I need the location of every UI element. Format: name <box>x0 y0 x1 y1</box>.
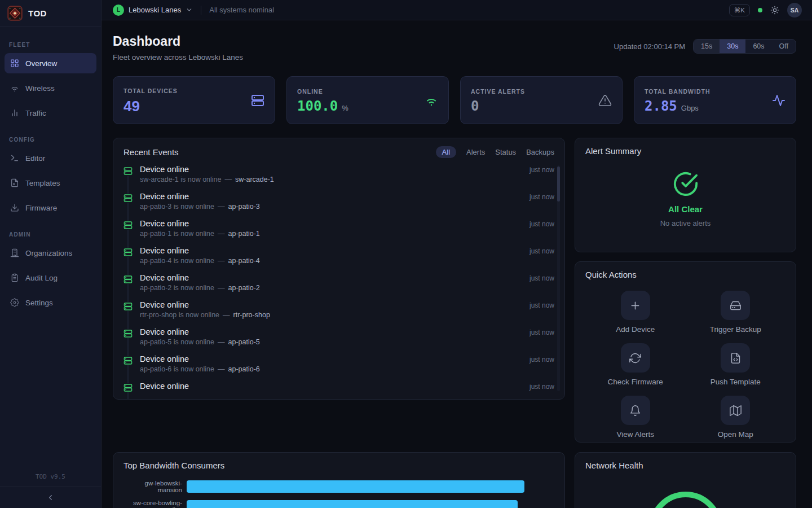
gear-icon <box>10 298 19 307</box>
event-time: just now <box>529 166 554 174</box>
wifi-icon <box>10 84 19 93</box>
check-circle-icon <box>673 171 699 197</box>
stat-card-online: ONLINE100.0% <box>286 76 449 124</box>
sidebar-section-label: CONFIG <box>0 128 101 148</box>
quick-action-label: Open Map <box>718 430 753 439</box>
chevron-left-icon <box>46 493 55 502</box>
network-health-gauge: 100 <box>585 478 785 508</box>
building-icon <box>10 248 19 257</box>
quick-action-check-firmware[interactable]: Check Firmware <box>585 343 686 386</box>
refresh-interval-off[interactable]: Off <box>772 40 796 53</box>
event-row[interactable]: Device onlinejust nowrtr-pro-shop is now… <box>123 299 554 326</box>
bandwidth-bar-track <box>187 500 554 508</box>
event-row[interactable]: Device onlinejust nowap-patio-2 is now o… <box>123 272 554 299</box>
quick-action-view-alerts[interactable]: View Alerts <box>585 396 686 439</box>
page-title: Dashboard <box>113 34 243 49</box>
event-title: Device online <box>140 327 189 336</box>
refresh-interval-60s[interactable]: 60s <box>745 40 771 53</box>
quick-action-trigger-backup[interactable]: Trigger Backup <box>686 291 786 334</box>
quick-action-tile <box>621 291 650 320</box>
quick-actions-title: Quick Actions <box>585 270 637 279</box>
events-filter-all[interactable]: All <box>436 146 456 158</box>
bandwidth-chart: gw-lebowski-mansionsw-core-bowling-alley <box>123 480 554 508</box>
sidebar-item-editor[interactable]: Editor <box>5 148 96 168</box>
stat-card-active-alerts: ACTIVE ALERTS0 <box>460 76 623 124</box>
events-scrollbar-thumb[interactable] <box>557 167 560 202</box>
sidebar-section-label: ADMIN <box>0 222 101 243</box>
quick-action-open-map[interactable]: Open Map <box>686 396 786 439</box>
main-content: Dashboard Fleet overview across Lebowski… <box>102 20 812 508</box>
stat-value: 100.0 <box>297 99 338 113</box>
stat-suffix: Gbps <box>681 104 699 112</box>
topbar: L Lebowski Lanes All systems nominal ⌘K … <box>102 0 812 20</box>
network-health-card: Network Health 100 <box>575 452 796 508</box>
refresh-interval-15s[interactable]: 15s <box>694 40 720 53</box>
quick-action-tile <box>621 343 650 373</box>
event-title: Device online <box>140 192 189 201</box>
quick-action-add-device[interactable]: Add Device <box>585 291 686 334</box>
events-filter-alerts[interactable]: Alerts <box>466 148 485 156</box>
server-icon <box>123 221 133 230</box>
bell-icon <box>629 405 641 417</box>
recent-events-title: Recent Events <box>123 147 179 157</box>
quick-action-label: View Alerts <box>616 430 654 439</box>
org-badge: L <box>113 5 124 16</box>
sidebar-item-label: Templates <box>25 179 60 187</box>
topbar-divider <box>201 6 201 15</box>
event-row[interactable]: Device onlinejust now <box>123 380 554 400</box>
alert-summary-title: Alert Summary <box>585 146 641 156</box>
bandwidth-title: Top Bandwidth Consumers <box>123 461 224 470</box>
sidebar-section-config: CONFIGEditorTemplatesFirmware <box>0 128 101 218</box>
event-title: Device online <box>140 165 189 174</box>
event-row[interactable]: Device onlinejust nowap-patio-3 is now o… <box>123 191 554 218</box>
file-icon <box>10 178 19 187</box>
quick-action-push-template[interactable]: Push Template <box>686 343 786 386</box>
sidebar-item-label: Audit Log <box>25 274 58 282</box>
event-subtitle: ap-patio-6 is now online—ap-patio-6 <box>140 365 554 373</box>
sidebar-section-label: FLEET <box>0 33 101 53</box>
event-time: just now <box>529 220 554 228</box>
health-ring <box>652 494 720 508</box>
org-switcher[interactable]: L Lebowski Lanes <box>113 5 193 16</box>
event-row[interactable]: Device onlinejust nowap-patio-1 is now o… <box>123 218 554 245</box>
quick-action-label: Check Firmware <box>608 378 663 386</box>
sidebar-section-admin: ADMINOrganizationsAudit LogSettings <box>0 222 101 313</box>
stat-value: 2.85 <box>645 99 677 113</box>
quick-action-tile <box>721 396 750 425</box>
event-row[interactable]: Device onlinejust nowap-patio-6 is now o… <box>123 353 554 380</box>
stat-label: ACTIVE ALERTS <box>471 88 525 95</box>
quick-action-tile <box>721 343 750 373</box>
events-filter-status[interactable]: Status <box>495 148 516 156</box>
chevron-down-icon <box>186 6 193 14</box>
org-name: Lebowski Lanes <box>129 6 181 14</box>
sidebar-item-traffic[interactable]: Traffic <box>5 103 96 123</box>
sidebar-item-organizations[interactable]: Organizations <box>5 243 96 263</box>
sidebar-collapse-button[interactable] <box>0 487 101 508</box>
sidebar-item-audit-log[interactable]: Audit Log <box>5 268 96 288</box>
sidebar-section-fleet: FLEETOverviewWirelessTraffic <box>0 33 101 123</box>
sidebar-item-firmware[interactable]: Firmware <box>5 198 96 218</box>
clipboard-icon <box>10 273 19 282</box>
refresh-interval-30s[interactable]: 30s <box>720 40 745 53</box>
sidebar-item-templates[interactable]: Templates <box>5 173 96 193</box>
stat-label: TOTAL BANDWIDTH <box>645 88 710 95</box>
sun-icon[interactable] <box>770 6 779 15</box>
command-palette-shortcut[interactable]: ⌘K <box>729 4 750 16</box>
tod-logo-icon <box>7 6 23 21</box>
sidebar-item-settings[interactable]: Settings <box>5 292 96 313</box>
sidebar-item-overview[interactable]: Overview <box>5 53 96 73</box>
event-row[interactable]: Device onlinejust nowsw-arcade-1 is now … <box>123 164 554 191</box>
avatar[interactable]: SA <box>787 3 802 17</box>
download-icon <box>10 203 19 212</box>
events-filter-backups[interactable]: Backups <box>526 148 554 156</box>
event-subtitle: ap-patio-1 is now online—ap-patio-1 <box>140 230 554 238</box>
event-title: Device online <box>140 354 189 364</box>
event-row[interactable]: Device onlinejust nowap-patio-4 is now o… <box>123 245 554 272</box>
sidebar-item-label: Settings <box>25 299 53 307</box>
bandwidth-row: gw-lebowski-mansion <box>123 480 554 493</box>
sidebar-item-wireless[interactable]: Wireless <box>5 78 96 98</box>
event-row[interactable]: Device onlinejust nowap-patio-5 is now o… <box>123 326 554 353</box>
server-icon <box>123 194 133 203</box>
sidebar-item-label: Wireless <box>25 84 55 93</box>
terminal-icon <box>10 154 19 163</box>
